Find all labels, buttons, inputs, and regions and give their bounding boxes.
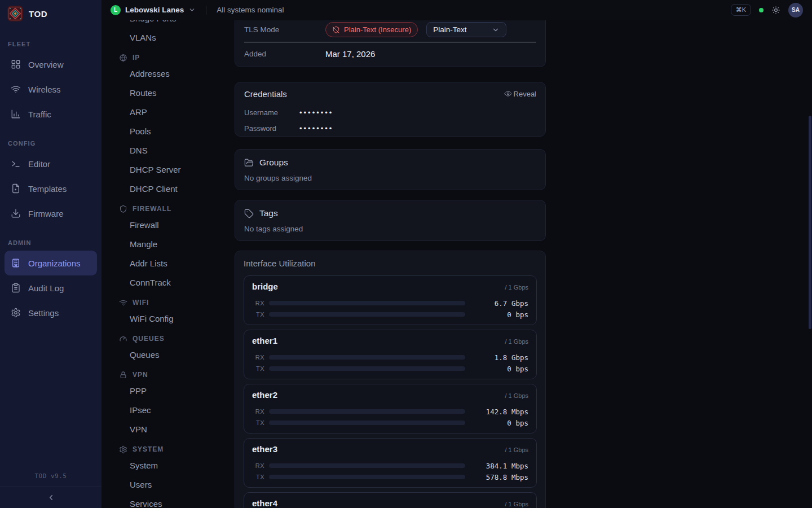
subnav-item-vpn[interactable]: VPN: [102, 419, 235, 439]
subnav-header-label: SYSTEM: [133, 445, 164, 453]
sidebar-item-label: Traffic: [28, 110, 51, 119]
clipboard-icon: [11, 283, 21, 293]
subnav-item-dhcp-server[interactable]: DHCP Server: [102, 160, 235, 179]
rx-label: RX: [252, 300, 264, 306]
utilization-title: Interface Utilization: [244, 259, 537, 268]
subnav-item-dhcp-client[interactable]: DHCP Client: [102, 179, 235, 198]
subnav-item-arp[interactable]: ARP: [102, 102, 235, 121]
app-logo-row: TOD: [0, 0, 102, 27]
main-content: TLS Mode Plain-Text (Insecure) Plain-Tex…: [235, 20, 812, 508]
tx-bar-track: [269, 475, 465, 479]
sidebar-item-organizations[interactable]: Organizations: [5, 251, 97, 275]
tx-bar-track: [269, 421, 465, 425]
tls-insecure-badge[interactable]: Plain-Text (Insecure): [325, 22, 418, 37]
interface-row-ether3: ether3 / 1 Gbps RX 384.1 Mbps TX 578.8 M…: [244, 438, 537, 488]
interface-name: ether1: [252, 336, 277, 345]
subnav-header-label: WIFI: [133, 299, 149, 306]
sidebar-item-audit-log[interactable]: Audit Log: [5, 275, 97, 300]
command-palette-shortcut[interactable]: ⌘K: [731, 4, 751, 16]
username-masked-value: ••••••••: [299, 108, 333, 117]
sidebar-item-traffic[interactable]: Traffic: [5, 102, 97, 126]
rx-value: 384.1 Mbps: [472, 462, 528, 470]
wifi-icon: [11, 84, 21, 94]
groups-card: Groups No groups assigned: [235, 149, 546, 190]
groups-title: Groups: [259, 157, 288, 168]
org-switcher[interactable]: L Lebowski Lanes: [111, 5, 196, 15]
subnav-item-addresses[interactable]: Addresses: [102, 64, 235, 83]
added-date: Mar 17, 2026: [325, 49, 375, 59]
subnav-item-dns[interactable]: DNS: [102, 141, 235, 160]
rx-bar-track: [269, 301, 465, 305]
sidebar-item-templates[interactable]: Templates: [5, 176, 97, 201]
subnav-item-routes[interactable]: Routes: [102, 83, 235, 102]
subnav-header-label: VPN: [133, 371, 148, 379]
file-icon: [11, 183, 21, 194]
reveal-label: Reveal: [514, 90, 536, 98]
rx-value: 1.8 Gbps: [472, 353, 528, 362]
tag-icon: [244, 209, 254, 218]
tags-empty-text: No tags assigned: [244, 225, 536, 233]
user-avatar[interactable]: SA: [788, 3, 803, 17]
subnav-item-addr-lists[interactable]: Addr Lists: [102, 253, 235, 273]
username-label: Username: [244, 108, 299, 117]
sidebar-item-overview[interactable]: Overview: [5, 52, 97, 77]
added-label: Added: [244, 50, 325, 58]
subnav-item-bridge-ports[interactable]: Bridge Ports: [102, 20, 235, 28]
row-divider: [244, 42, 536, 42]
tx-value: 0 bps: [472, 419, 528, 427]
sidebar-item-settings[interactable]: Settings: [5, 300, 97, 325]
sidebar-item-editor[interactable]: Editor: [5, 151, 97, 176]
tx-value: 0 bps: [472, 310, 528, 319]
rx-bar-track: [269, 409, 465, 414]
interface-name: ether4: [252, 498, 277, 508]
sidebar-collapse-button[interactable]: [0, 487, 102, 508]
subnav-item-queues[interactable]: Queues: [102, 345, 235, 364]
folder-open-icon: [244, 158, 254, 168]
app-logo-icon: [7, 6, 23, 21]
subnav-item-system[interactable]: System: [102, 456, 235, 475]
sidebar-item-label: Organizations: [28, 259, 81, 268]
subnav-item-services[interactable]: Services: [102, 494, 235, 508]
interface-row-ether4: ether4 / 1 Gbps: [244, 492, 537, 508]
sidebar-item-wireless[interactable]: Wireless: [5, 77, 97, 102]
subnav-header-label: FIREWALL: [133, 205, 171, 213]
interface-row-ether2: ether2 / 1 Gbps RX 142.8 Mbps TX 0 bps: [244, 384, 537, 433]
tx-label: TX: [252, 311, 264, 318]
subnav-item-users[interactable]: Users: [102, 475, 235, 494]
chevron-down-icon: [188, 6, 196, 14]
interface-capacity: / 1 Gbps: [505, 501, 528, 507]
subnav-item-ppp[interactable]: PPP: [102, 381, 235, 400]
tls-mode-select[interactable]: Plain-Text: [426, 22, 506, 37]
system-status-text: All systems nominal: [217, 6, 284, 14]
reveal-credentials-button[interactable]: Reveal: [504, 90, 536, 98]
lock-icon: [119, 371, 127, 379]
subnav-item-pools[interactable]: Pools: [102, 121, 235, 141]
org-name: Lebowski Lanes: [125, 6, 184, 14]
sidebar-section-admin: ADMIN Organizations Audit Log Settings: [0, 234, 102, 325]
topbar-divider: [206, 6, 206, 15]
terminal-icon: [11, 159, 21, 169]
sidebar-section-label: CONFIG: [0, 134, 102, 151]
shield-icon: [119, 205, 127, 213]
org-avatar: L: [111, 5, 121, 15]
theme-toggle-sun-icon[interactable]: [771, 6, 780, 15]
interface-capacity: / 1 Gbps: [505, 338, 528, 345]
subnav-item-firewall[interactable]: Firewall: [102, 215, 235, 234]
sidebar-section-fleet: FLEET Overview Wireless Traffic: [0, 35, 102, 126]
sidebar-item-firmware[interactable]: Firmware: [5, 201, 97, 226]
primary-sidebar: TOD FLEET Overview Wireless Traffic CONF…: [0, 0, 102, 508]
globe-icon: [119, 54, 127, 62]
chevron-left-icon: [47, 493, 55, 502]
subnav-item-ipsec[interactable]: IPsec: [102, 400, 235, 419]
subnav-item-vlans[interactable]: VLANs: [102, 28, 235, 47]
interface-name: bridge: [252, 282, 278, 291]
credentials-card: Credentials Reveal Username •••••••• Pas…: [235, 82, 546, 137]
subnav-item-mangle[interactable]: Mangle: [102, 234, 235, 253]
subnav-item-conntrack[interactable]: ConnTrack: [102, 273, 235, 292]
vertical-scrollbar-thumb[interactable]: [809, 116, 811, 329]
rx-bar-track: [269, 463, 465, 468]
tags-card: Tags No tags assigned: [235, 200, 546, 241]
subnav-item-wifi-config[interactable]: WiFi Config: [102, 309, 235, 328]
tx-label: TX: [252, 474, 264, 480]
wifi-icon: [119, 299, 127, 307]
